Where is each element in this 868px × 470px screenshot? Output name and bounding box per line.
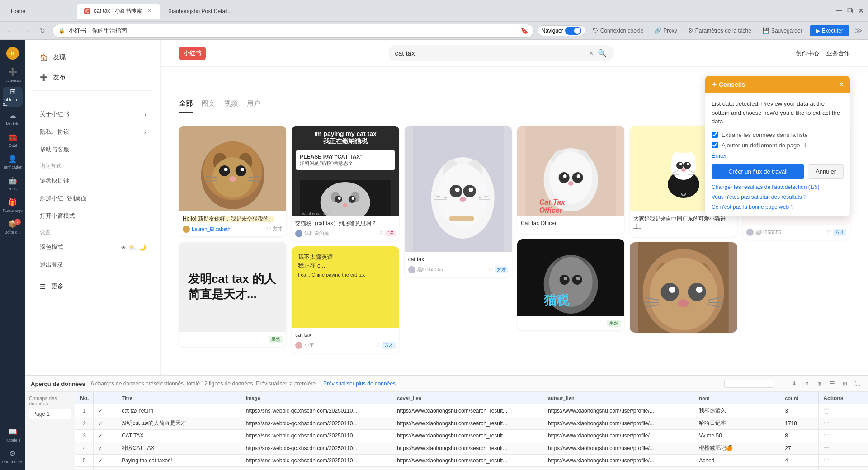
not-satisfied-link[interactable]: Vous n'êtes pas satisfait des résultats … bbox=[712, 194, 844, 200]
xhs-tab-all[interactable]: 全部 bbox=[179, 99, 193, 113]
scroll-down-btn[interactable]: ↓ bbox=[777, 379, 787, 389]
sidebar-item-boite[interactable]: 📦 Boîte d... 7 bbox=[3, 217, 23, 237]
wrong-page-link[interactable]: Ce n'est pas la bonne page web ? bbox=[712, 204, 844, 210]
xhs-nav-discover[interactable]: 🏠 发现 bbox=[29, 48, 157, 67]
xhs-card-5[interactable]: cat tax 黑lili555555 ♡ 方才 bbox=[405, 126, 512, 277]
xhs-card-6[interactable]: Cat Tax Officer Cat Tax Officer bbox=[517, 126, 624, 234]
xhs-card-1[interactable]: Hello! 新朋友你好，我是来交猫税的。 Lauren_Elizabeth ♡… bbox=[179, 126, 286, 236]
xhs-nav-more[interactable]: ☰ 更多 bbox=[29, 277, 157, 296]
back-button[interactable]: ← bbox=[4, 24, 16, 37]
sidebar-item-nouveau[interactable]: ➕ Nouveau bbox=[3, 65, 23, 85]
tab-home[interactable]: Home bbox=[4, 4, 76, 19]
cell-nom: 小红书67853DB1 bbox=[694, 467, 780, 470]
sidebar-item-modele[interactable]: ☁ Modèle bbox=[3, 108, 23, 128]
parametres-button[interactable]: ⚙ Paramètres de la tâche bbox=[684, 25, 755, 36]
tab-cat-tax[interactable]: 红 cat tax - 小红书搜索 ✕ bbox=[77, 4, 160, 19]
xhs-tab-video[interactable]: 视频 bbox=[224, 99, 238, 113]
refresh-button[interactable]: ↻ bbox=[36, 24, 49, 37]
tab-xiaohongshu[interactable]: Xiaohongshu Post Detail... bbox=[161, 4, 239, 19]
subpage-input[interactable] bbox=[724, 380, 774, 388]
filter-btn[interactable]: ⧗ bbox=[815, 379, 825, 389]
sidebar-item-tableau[interactable]: ⊞ Tableau d... bbox=[3, 87, 23, 107]
xhs-tab-photos[interactable]: 图文 bbox=[202, 99, 215, 113]
mini-window-label: 打开小窗模式 bbox=[40, 212, 75, 220]
col-count[interactable]: count bbox=[780, 392, 819, 404]
delete-row-btn[interactable]: 🗑 bbox=[823, 432, 830, 439]
sauvegarder-button[interactable]: 💾 Sauvegarder bbox=[759, 25, 806, 36]
create-workflow-button[interactable]: Créer un flux de travail bbox=[712, 164, 804, 179]
xhs-search-input[interactable] bbox=[395, 49, 585, 57]
xhs-nav-privacy[interactable]: 隐私、协议 › bbox=[29, 123, 157, 141]
xhs-nav-add-desktop[interactable]: 添加小红书到桌面 bbox=[29, 190, 157, 207]
xhs-nav-keyboard[interactable]: 键盘快捷键 bbox=[29, 172, 157, 189]
annuler-button[interactable]: Annuler bbox=[808, 164, 844, 179]
delete-row-btn[interactable]: 🗑 bbox=[823, 407, 830, 414]
navigate-switch[interactable] bbox=[565, 27, 581, 35]
xhs-card-7[interactable]: 猫税 果然 bbox=[517, 239, 624, 330]
upload-btn[interactable]: ⬆ bbox=[802, 379, 812, 389]
extract-checkbox[interactable] bbox=[712, 132, 718, 138]
close-button[interactable]: ✕ bbox=[857, 7, 864, 14]
dark-mode-toggle-area[interactable]: ☀ ⛅ 🌙 bbox=[121, 244, 146, 251]
xhs-logo-wrap[interactable]: 小红书 bbox=[179, 47, 206, 60]
xhs-card-2[interactable]: 发明cat tax 的人简直是天才... 果然 bbox=[179, 242, 286, 347]
cell-delete[interactable]: 🗑 bbox=[819, 404, 868, 417]
delete-row-btn[interactable]: 🗑 bbox=[823, 420, 830, 427]
col-titre[interactable]: Titre bbox=[117, 392, 241, 404]
sidebar-item-tarification[interactable]: 👤 Tarification bbox=[3, 152, 23, 172]
preview-more-link[interactable]: Prévisualiser plus de données bbox=[323, 381, 396, 387]
xhs-nav-about[interactable]: 关于小红书 › bbox=[29, 106, 157, 123]
grid-view-btn[interactable]: ⊞ bbox=[840, 379, 850, 389]
col-image[interactable]: image bbox=[241, 392, 392, 404]
proxy-button[interactable]: 🔗 Proxy bbox=[651, 25, 681, 36]
delete-row-btn[interactable]: 🗑 bbox=[823, 445, 830, 452]
xhs-card-3[interactable]: Im paying my cat tax我正在缴纳猫税 PLEASE PAY "… bbox=[292, 126, 399, 241]
sidebar-item-rpa[interactable]: 🤖 RPA bbox=[3, 174, 23, 193]
minimize-button[interactable]: ─ bbox=[835, 7, 843, 14]
xhs-nav-logout[interactable]: 退出登录 bbox=[29, 256, 157, 273]
xhs-nav-dark-mode[interactable]: 深色模式 ☀ ⛅ 🌙 bbox=[29, 239, 157, 256]
popup-close-icon[interactable]: × bbox=[840, 80, 844, 89]
cell-delete[interactable]: 🗑 bbox=[819, 455, 868, 467]
search-clear-icon[interactable]: ✕ bbox=[589, 50, 594, 57]
executer-button[interactable]: ▶ Exécuter bbox=[810, 25, 849, 36]
connexion-button[interactable]: 🛡 Connexion cookie bbox=[589, 25, 647, 36]
col-auteur[interactable]: auteur_lien bbox=[543, 392, 694, 404]
xhs-nav-help[interactable]: 帮助与客服 bbox=[29, 141, 157, 158]
create-center-btn[interactable]: 创作中心 bbox=[796, 49, 819, 57]
navigate-toggle[interactable]: Naviguer bbox=[538, 25, 585, 36]
xhs-nav-publish[interactable]: ➕ 发布 bbox=[29, 68, 157, 87]
page-1-item[interactable]: Page 1 bbox=[29, 409, 71, 419]
tab-close-cat-tax[interactable]: ✕ bbox=[146, 8, 153, 15]
cell-delete[interactable]: 🗑 bbox=[819, 430, 868, 442]
list-view-btn[interactable]: ☰ bbox=[827, 379, 837, 389]
maximize-button[interactable]: ⧉ bbox=[846, 7, 854, 14]
search-submit-icon[interactable]: 🔍 bbox=[598, 49, 607, 57]
popup-check-scroll[interactable]: Ajouter un défilement de page ℹ bbox=[712, 142, 844, 149]
delete-row-btn[interactable]: 🗑 bbox=[823, 457, 830, 464]
cell-delete[interactable]: 🗑 bbox=[819, 467, 868, 470]
sidebar-item-parrainage[interactable]: 🎁 Parrainage bbox=[3, 195, 23, 215]
collapse-button[interactable]: ≫ bbox=[853, 25, 864, 36]
xhs-tab-users[interactable]: 用户 bbox=[247, 99, 260, 113]
sidebar-avatar[interactable]: B bbox=[3, 43, 23, 63]
xhs-card-4[interactable]: 我不太懂英语我正在 c...I ca... Chine paying the c… bbox=[292, 246, 399, 352]
forward-button[interactable]: → bbox=[20, 24, 33, 37]
cell-delete[interactable]: 🗑 bbox=[819, 417, 868, 430]
col-nom[interactable]: nom bbox=[694, 392, 780, 404]
cell-delete[interactable]: 🗑 bbox=[819, 442, 868, 455]
expand-btn[interactable]: ⛶ bbox=[853, 379, 863, 389]
xhs-nav-mini-window[interactable]: 打开小窗模式 bbox=[29, 207, 157, 225]
change-results-link[interactable]: Changer les résultats de l'autodétection… bbox=[712, 184, 844, 190]
col-cover[interactable]: cover_lien bbox=[392, 392, 543, 404]
download-btn[interactable]: ⬇ bbox=[789, 379, 799, 389]
bookmark-icon[interactable]: 🔖 bbox=[520, 27, 528, 34]
sidebar-item-outil[interactable]: 🧰 Outil bbox=[3, 130, 23, 150]
popup-check-extract[interactable]: Extraire les données dans la liste bbox=[712, 132, 844, 138]
business-coop-btn[interactable]: 业务合作 bbox=[826, 49, 850, 57]
xhs-card-9[interactable] bbox=[630, 242, 737, 333]
scroll-checkbox[interactable] bbox=[712, 142, 718, 148]
sidebar-item-parametres[interactable]: ⚙ Paramètres bbox=[3, 446, 23, 466]
sidebar-item-tutoriels[interactable]: 📖 Tutoriels bbox=[3, 425, 23, 445]
edit-link[interactable]: Éditer bbox=[712, 152, 844, 159]
